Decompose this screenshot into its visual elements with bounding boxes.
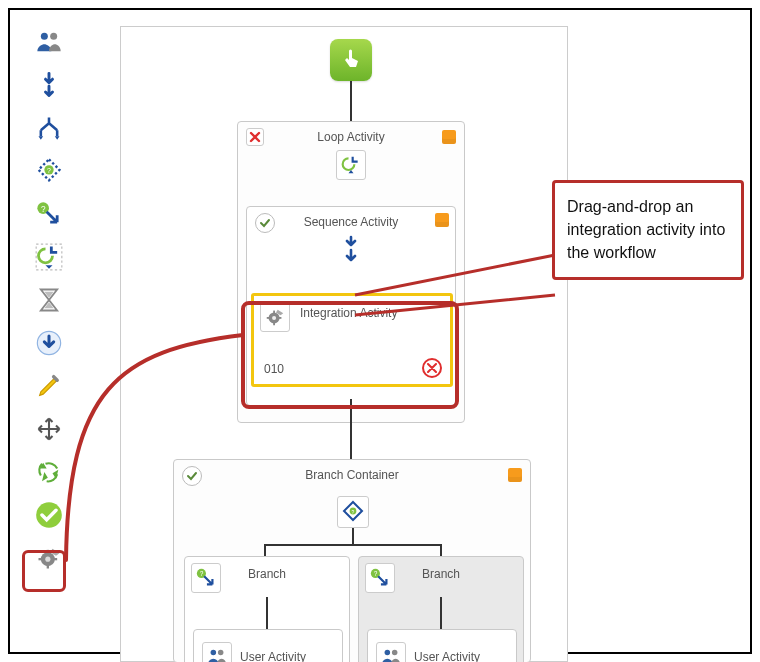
instruction-callout: Drag-and-drop an integration activity in… <box>552 180 744 280</box>
svg-rect-11 <box>47 550 49 554</box>
branch-right[interactable]: ? Branch User Activity <box>358 556 524 662</box>
user-activity-left-label: User Activity <box>240 650 306 662</box>
sequence-arrow-icon <box>35 71 63 99</box>
palette-loop[interactable] <box>31 240 67 274</box>
loop-icon <box>341 155 361 175</box>
branch-right-title: Branch <box>359 567 523 581</box>
user-icon-tile <box>376 642 406 662</box>
palette-branch[interactable] <box>31 111 67 145</box>
close-icon <box>249 131 261 143</box>
activity-palette: ? ? <box>25 25 73 575</box>
collapse-sequence-button[interactable] <box>435 213 449 227</box>
svg-point-16 <box>272 316 276 320</box>
svg-rect-17 <box>273 311 275 314</box>
sequence-flow-icon <box>340 235 362 265</box>
svg-point-29 <box>385 650 391 656</box>
branch-container-title: Branch Container <box>174 460 530 482</box>
user-icon-tile <box>202 642 232 662</box>
callout-text: Drag-and-drop an integration activity in… <box>567 198 725 261</box>
connector <box>440 597 442 629</box>
start-node[interactable] <box>330 39 372 81</box>
svg-text:?: ? <box>47 167 51 174</box>
user-activity-left[interactable]: User Activity <box>193 629 343 662</box>
integration-code: 010 <box>264 362 284 376</box>
conditional-arrow-icon: ? <box>35 200 63 228</box>
branch-left-title: Branch <box>185 567 349 581</box>
branch-left[interactable]: ? Branch User Activity <box>184 556 350 662</box>
integration-icon-tile <box>260 302 290 332</box>
users-icon <box>35 28 63 56</box>
svg-point-25 <box>211 650 217 656</box>
decision-node[interactable]: ? <box>337 496 369 528</box>
palette-timer[interactable] <box>31 283 67 317</box>
collapse-loop-button[interactable] <box>442 130 456 144</box>
branch-status <box>182 466 202 486</box>
integration-title: Integration Activity <box>300 306 397 320</box>
branch-split-icon <box>35 114 63 142</box>
palette-decision[interactable]: ? <box>31 154 67 188</box>
workflow-canvas[interactable]: Loop Activity Sequence Activity <box>120 26 568 662</box>
confirm-check-icon <box>35 501 63 529</box>
tap-icon <box>339 48 363 72</box>
connector <box>264 544 442 546</box>
connector <box>440 544 442 556</box>
svg-rect-20 <box>279 317 282 319</box>
palette-sequence[interactable] <box>31 68 67 102</box>
recycle-icon <box>35 458 63 486</box>
delete-integration-button[interactable] <box>422 358 442 378</box>
sequence-status <box>255 213 275 233</box>
decision-diamond-icon: ? <box>35 157 63 185</box>
check-icon <box>186 470 198 482</box>
down-arrow-icon <box>35 329 63 357</box>
palette-integration[interactable] <box>31 541 67 575</box>
svg-point-1 <box>50 33 57 40</box>
connector <box>350 81 352 121</box>
users-icon <box>206 646 228 662</box>
palette-edit[interactable] <box>31 369 67 403</box>
check-icon <box>259 217 271 229</box>
palette-user-activity[interactable] <box>31 25 67 59</box>
palette-conditional[interactable]: ? <box>31 197 67 231</box>
palette-recycle[interactable] <box>31 455 67 489</box>
svg-point-26 <box>218 650 224 656</box>
close-icon <box>427 363 437 373</box>
sequence-title: Sequence Activity <box>247 207 455 229</box>
loop-icon <box>35 243 63 271</box>
svg-rect-14 <box>54 558 58 560</box>
svg-point-0 <box>41 33 48 40</box>
svg-text:?: ? <box>41 205 46 214</box>
branch-container[interactable]: Branch Container ? ? Branch User Activit… <box>173 459 531 662</box>
svg-rect-13 <box>39 558 43 560</box>
integration-activity[interactable]: Integration Activity 010 <box>251 293 453 387</box>
palette-confirm[interactable] <box>31 498 67 532</box>
move-icon <box>35 415 63 443</box>
sequence-activity[interactable]: Sequence Activity Integration Activity 0… <box>246 206 456 406</box>
decision-diamond-icon: ? <box>341 500 365 524</box>
svg-rect-18 <box>273 323 275 326</box>
svg-point-10 <box>45 557 50 562</box>
user-activity-right[interactable]: User Activity <box>367 629 517 662</box>
loop-activity[interactable]: Loop Activity Sequence Activity <box>237 121 465 423</box>
connector <box>266 597 268 629</box>
user-activity-right-label: User Activity <box>414 650 480 662</box>
gear-icon <box>264 306 286 328</box>
edit-pencil-icon <box>35 372 63 400</box>
collapse-branch-button[interactable] <box>508 468 522 482</box>
palette-move[interactable] <box>31 412 67 446</box>
loop-title: Loop Activity <box>238 122 464 144</box>
svg-rect-12 <box>47 565 49 569</box>
connector <box>350 399 352 459</box>
delete-loop-button[interactable] <box>246 128 264 146</box>
users-icon <box>380 646 402 662</box>
palette-down[interactable] <box>31 326 67 360</box>
svg-text:?: ? <box>352 509 355 515</box>
svg-point-30 <box>392 650 398 656</box>
connector <box>264 544 266 556</box>
integration-gear-icon <box>35 544 63 572</box>
connector <box>352 528 354 544</box>
timer-icon <box>35 286 63 314</box>
app-frame: ? ? <box>8 8 752 654</box>
svg-rect-19 <box>267 317 270 319</box>
loop-icon-tile <box>336 150 366 180</box>
